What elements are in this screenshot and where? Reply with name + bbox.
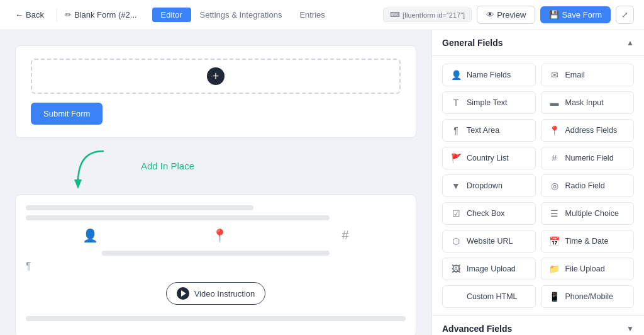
advanced-fields-section: Advanced Fields ▼ bbox=[432, 315, 644, 335]
custom-html-label: Custom HTML bbox=[467, 292, 518, 301]
placeholder-line-1 bbox=[26, 205, 253, 210]
back-button[interactable]: ← Back bbox=[10, 8, 49, 22]
general-fields-header[interactable]: General Fields ▲ bbox=[432, 30, 644, 56]
website-url-label: Website URL bbox=[467, 237, 513, 246]
submit-btn-area: Submit Form bbox=[31, 103, 401, 125]
advanced-fields-header[interactable]: Advanced Fields ▼ bbox=[432, 316, 644, 335]
image-upload-label: Image Upload bbox=[467, 264, 516, 273]
svg-marker-0 bbox=[74, 179, 82, 189]
time-date-label: Time & Date bbox=[565, 237, 609, 246]
shortcode-badge[interactable]: ⌨ [fluentform id="217"] bbox=[383, 8, 472, 22]
multiple-choice-label: Multiple Choice bbox=[565, 209, 619, 218]
form-title-text: Blank Form (#2... bbox=[74, 10, 137, 20]
placeholder-line-2 bbox=[26, 215, 330, 220]
field-item-dropdown[interactable]: ▼ Dropdown bbox=[442, 174, 536, 197]
field-item-multiple-choice[interactable]: ☰ Multiple Choice bbox=[541, 202, 635, 225]
expand-button[interactable]: ⤢ bbox=[616, 6, 634, 24]
file-upload-icon: 📁 bbox=[549, 264, 560, 274]
field-item-checkbox[interactable]: ☑ Check Box bbox=[442, 202, 536, 225]
checkbox-icon: ☑ bbox=[450, 208, 462, 219]
person-icon: 👤 bbox=[82, 228, 98, 243]
preview-button[interactable]: 👁 Preview bbox=[477, 6, 535, 24]
advanced-fields-title: Advanced Fields bbox=[442, 324, 512, 334]
address-icon: 📍 bbox=[549, 125, 560, 135]
top-navigation: ← Back ✏ Blank Form (#2... Editor Settin… bbox=[0, 0, 644, 30]
submit-form-button[interactable]: Submit Form bbox=[31, 103, 103, 125]
website-url-icon: ⬡ bbox=[450, 236, 462, 246]
time-date-icon: 📅 bbox=[549, 236, 560, 246]
placeholder-icons-row: 👤 📍 # bbox=[26, 228, 406, 243]
eye-icon: 👁 bbox=[486, 10, 494, 20]
field-item-file-upload[interactable]: 📁 File Upload bbox=[541, 258, 635, 280]
field-item-custom-html[interactable]: Custom HTML bbox=[442, 285, 536, 308]
save-form-button[interactable]: 💾 Save Form bbox=[540, 6, 611, 23]
field-item-radio[interactable]: ◎ Radio Field bbox=[541, 174, 635, 197]
country-list-icon: 🚩 bbox=[450, 153, 462, 163]
field-item-image-upload[interactable]: 🖼 Image Upload bbox=[442, 258, 536, 280]
tab-entries[interactable]: Entries bbox=[291, 8, 333, 22]
field-item-address[interactable]: 📍 Address Fields bbox=[541, 119, 635, 142]
checkbox-label: Check Box bbox=[467, 209, 504, 218]
video-btn-label: Video Instruction bbox=[194, 289, 255, 298]
name-icon: 👤 bbox=[450, 70, 462, 80]
hash-icon: # bbox=[341, 228, 348, 243]
save-label: Save Form bbox=[562, 10, 602, 20]
field-item-simple-text[interactable]: T Simple Text bbox=[442, 91, 536, 114]
field-item-numeric[interactable]: # Numeric Field bbox=[541, 147, 635, 169]
phone-mobile-label: Phone/Mobile bbox=[565, 292, 613, 301]
address-label: Address Fields bbox=[565, 126, 618, 135]
numeric-label: Numeric Field bbox=[565, 154, 614, 162]
tab-settings[interactable]: Settings & Integrations bbox=[191, 8, 291, 22]
field-item-email[interactable]: ✉ Email bbox=[541, 64, 635, 86]
email-label: Email bbox=[565, 71, 585, 79]
country-list-label: Country List bbox=[467, 154, 509, 162]
field-item-time-date[interactable]: 📅 Time & Date bbox=[541, 230, 635, 253]
field-item-text-area[interactable]: ¶ Text Area bbox=[442, 119, 536, 142]
main-content: + Submit Form Add In Place 👤 📍 # bbox=[0, 30, 644, 335]
add-row-plus-button[interactable]: + bbox=[207, 67, 225, 85]
editor-area: + Submit Form Add In Place 👤 📍 # bbox=[0, 30, 431, 335]
back-label: Back bbox=[26, 10, 44, 20]
back-arrow-icon: ← bbox=[15, 10, 23, 20]
numeric-icon: # bbox=[549, 153, 560, 163]
phone-mobile-icon: 📱 bbox=[549, 292, 560, 302]
form-title-nav: ✏ Blank Form (#2... bbox=[65, 10, 137, 20]
advanced-fields-chevron: ▼ bbox=[626, 324, 634, 333]
field-item-website-url[interactable]: ⬡ Website URL bbox=[442, 230, 536, 253]
field-item-mask-input[interactable]: ▬ Mask Input bbox=[541, 91, 635, 114]
file-upload-label: File Upload bbox=[565, 264, 605, 273]
right-panel: General Fields ▲ 👤 Name Fields ✉ Email T… bbox=[431, 30, 644, 335]
placeholder-line-bottom bbox=[26, 316, 406, 321]
nav-right-actions: ⌨ [fluentform id="217"] 👁 Preview 💾 Save… bbox=[383, 6, 634, 24]
nav-tabs: Editor Settings & Integrations Entries bbox=[152, 8, 334, 22]
form-canvas: + Submit Form bbox=[15, 45, 416, 138]
mask-input-icon: ▬ bbox=[549, 98, 560, 108]
general-fields-chevron: ▲ bbox=[626, 38, 634, 47]
placeholder-card: 👤 📍 # ¶ Video Instruction bbox=[15, 195, 416, 335]
pencil-icon: ✏ bbox=[65, 10, 72, 20]
email-icon: ✉ bbox=[549, 70, 560, 80]
video-instruction-button[interactable]: Video Instruction bbox=[166, 282, 266, 305]
save-icon: 💾 bbox=[549, 10, 559, 20]
add-in-place-label: Add In Place bbox=[141, 161, 194, 171]
field-item-phone-mobile[interactable]: 📱 Phone/Mobile bbox=[541, 285, 635, 308]
add-row[interactable]: + bbox=[31, 59, 401, 94]
fields-grid: 👤 Name Fields ✉ Email T Simple Text ▬ Ma… bbox=[432, 56, 644, 315]
field-item-country-list[interactable]: 🚩 Country List bbox=[442, 147, 536, 169]
mask-input-label: Mask Input bbox=[565, 98, 604, 107]
video-play-icon bbox=[177, 287, 189, 300]
multiple-choice-icon: ☰ bbox=[549, 208, 560, 219]
text-area-label: Text Area bbox=[467, 126, 499, 135]
text-area-icon: ¶ bbox=[450, 125, 462, 135]
radio-label: Radio Field bbox=[565, 181, 605, 190]
code-icon: ⌨ bbox=[390, 11, 400, 19]
image-upload-icon: 🖼 bbox=[450, 264, 462, 274]
simple-text-icon: T bbox=[450, 98, 462, 108]
dropdown-label: Dropdown bbox=[467, 181, 502, 190]
paragraph-icon: ¶ bbox=[26, 261, 31, 272]
name-label: Name Fields bbox=[467, 71, 511, 79]
field-item-name[interactable]: 👤 Name Fields bbox=[442, 64, 536, 86]
dropdown-icon: ▼ bbox=[450, 181, 462, 191]
tab-editor[interactable]: Editor bbox=[152, 8, 191, 22]
preview-label: Preview bbox=[497, 10, 526, 20]
